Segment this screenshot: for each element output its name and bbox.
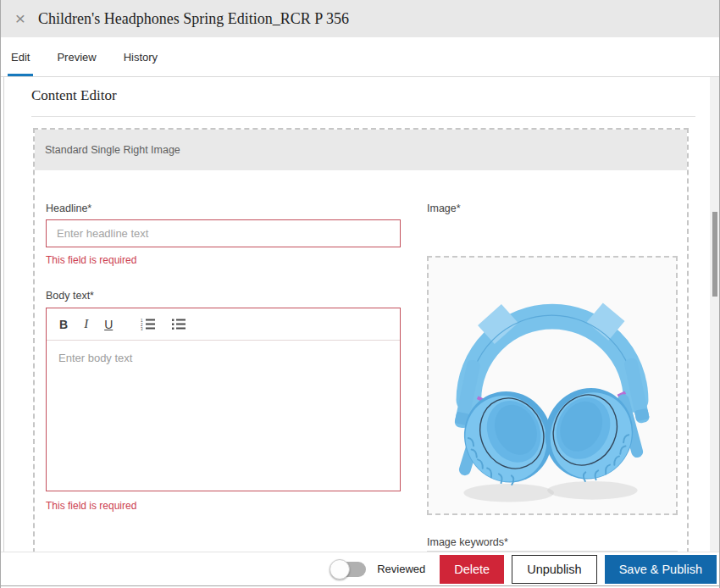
bullet-list-icon[interactable] [172, 318, 186, 330]
rich-text-toolbar: B I U 1 2 3 [47, 308, 400, 341]
delete-button[interactable]: Delete [440, 555, 504, 584]
italic-icon[interactable]: I [84, 317, 88, 331]
close-icon[interactable]: × [11, 9, 30, 28]
ordered-list-icon[interactable]: 1 2 3 [141, 318, 156, 330]
save-publish-button[interactable]: Save & Publish [605, 555, 717, 584]
unpublish-button[interactable]: Unpublish [512, 555, 597, 584]
body-text-label: Body text* [46, 290, 94, 302]
headline-input[interactable] [46, 219, 401, 247]
editor-panel: Content Editor Standard Single Right Ima… [3, 77, 719, 552]
image-keywords-label: Image keywords* [427, 536, 508, 548]
image-upload-area[interactable] [427, 256, 678, 515]
headphones-image [429, 258, 676, 513]
body-text-error: This field is required [46, 500, 136, 512]
body-text-input[interactable]: Enter body text [47, 341, 400, 375]
window-bottom-border [1, 585, 719, 586]
bold-icon[interactable]: B [59, 318, 68, 331]
heading-divider [31, 116, 695, 117]
window-header: × Children's Headphones Spring Edition_R… [1, 0, 719, 37]
content-editor-window: × Children's Headphones Spring Edition_R… [0, 0, 720, 588]
reviewed-label: Reviewed [377, 563, 425, 575]
tab-bar: Edit Preview History [1, 37, 719, 77]
headline-label: Headline* [46, 202, 91, 214]
tab-preview[interactable]: Preview [55, 37, 97, 76]
template-section: Standard Single Right Image Headline* Th… [33, 128, 689, 552]
scrollbar-thumb[interactable] [712, 212, 717, 297]
headline-error: This field is required [46, 254, 136, 266]
tab-edit[interactable]: Edit [9, 37, 31, 76]
tab-history[interactable]: History [122, 37, 159, 76]
toggle-knob[interactable] [330, 559, 350, 580]
vertical-scrollbar[interactable] [710, 77, 719, 552]
template-name: Standard Single Right Image [35, 144, 180, 156]
image-label: Image* [427, 202, 461, 214]
underline-icon[interactable]: U [104, 318, 113, 331]
svg-text:1: 1 [141, 319, 143, 323]
page-title: Content Editor [31, 87, 117, 104]
body-text-editor: B I U 1 2 3 [46, 308, 401, 491]
template-bar[interactable]: Standard Single Right Image [35, 130, 687, 170]
svg-text:3: 3 [141, 327, 143, 330]
action-footer: Reviewed Delete Unpublish Save & Publish [1, 552, 719, 585]
window-title: Children's Headphones Spring Edition_RCR… [38, 10, 349, 28]
reviewed-toggle[interactable] [332, 562, 366, 577]
template-form: Headline* This field is required Body te… [35, 170, 687, 552]
